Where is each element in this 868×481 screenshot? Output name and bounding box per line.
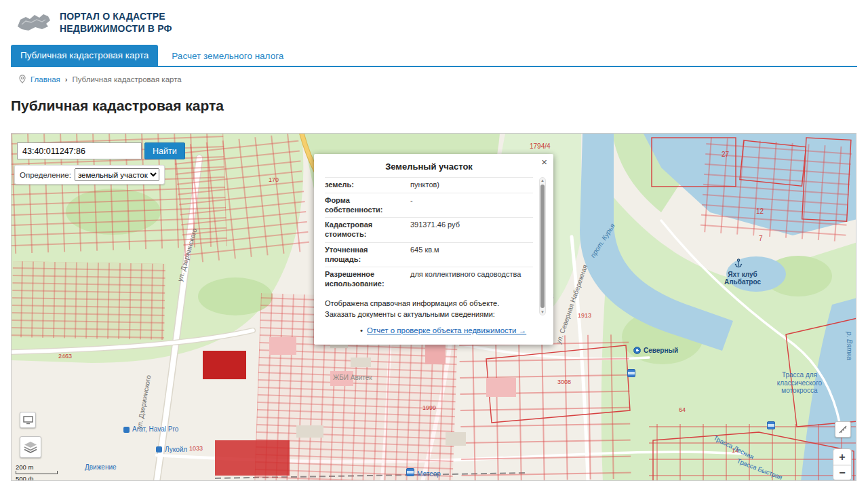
tab-bar: Публичная кадастровая карта Расчет земел… <box>11 46 857 67</box>
site-title: ПОРТАЛ О КАДАСТРЕ НЕДВИЖИМОСТИ В РФ <box>60 10 172 35</box>
fullscreen-button[interactable] <box>20 412 36 428</box>
parcel-number-label: 170 <box>269 176 279 183</box>
popup-title: Земельный участок <box>325 161 533 172</box>
page-title: Публичная кадастровая карта <box>11 98 224 114</box>
breadcrumb: Главная › Публичная кадастровая карта <box>19 75 182 83</box>
popup-row: Форма собственности: - <box>325 193 533 218</box>
breadcrumb-separator: › <box>65 75 68 83</box>
header: ПОРТАЛ О КАДАСТРЕ НЕДВИЖИМОСТИ В РФ <box>0 0 868 45</box>
fullscreen-icon <box>23 416 33 425</box>
popup-row: Кадастровая стоимость: 391371.46 руб <box>325 217 533 242</box>
bullet: • <box>360 326 363 334</box>
russia-map-logo-icon <box>16 9 52 35</box>
parcel-number-label: 3008 <box>557 379 571 385</box>
place-icon <box>633 347 641 354</box>
row-value: для коллективного садоводства <box>395 270 521 289</box>
anchor-icon <box>734 258 743 271</box>
row-value: 391371.46 руб <box>395 220 460 239</box>
popup-row: земель: пунктов) <box>325 177 533 193</box>
find-button[interactable]: Найти <box>144 142 185 159</box>
row-label: Уточненная площадь: <box>325 246 395 265</box>
poi-label: Движение <box>85 463 117 471</box>
scrollbar-thumb[interactable] <box>540 185 545 308</box>
parcel-number-label: 1999 <box>422 404 436 411</box>
row-value: пунктов) <box>395 180 439 190</box>
parcel-number-label: 1033 <box>189 445 203 452</box>
report-link[interactable]: Отчет о проверке объекта недвижимости → <box>367 326 526 334</box>
bus-stop-icon <box>406 468 414 476</box>
row-label: Форма собственности: <box>325 196 395 215</box>
row-value: 645 кв.м <box>395 246 439 265</box>
scale-metric-label: 200 m <box>16 463 82 471</box>
tab-land-tax-calc[interactable]: Расчет земельного налога <box>172 51 283 61</box>
parcel-number-label: 27 <box>722 151 729 158</box>
poi-label: Метеор <box>417 470 441 478</box>
tab-public-cadastral-map[interactable]: Публичная кадастровая карта <box>11 45 158 66</box>
popup-note: Отображена справочная информация об объе… <box>325 299 533 320</box>
poi-dot-icon <box>156 446 162 453</box>
scroll-up-icon[interactable]: ▲ <box>540 178 545 182</box>
poi-label: Агат, Haval Pro <box>132 425 178 433</box>
popup-row: Уточненная площадь: 645 кв.м <box>325 242 533 267</box>
row-label: земель: <box>325 180 395 190</box>
row-label: Кадастровая стоимость: <box>325 220 395 239</box>
poi-label: Трасса для классического мотокросса <box>770 371 829 395</box>
parcel-number-label: 1913 <box>578 312 591 319</box>
popup-row: Разрешенное использование: для коллектив… <box>325 267 533 292</box>
popup-scrollbar[interactable]: ▲ ▼ <box>539 177 546 315</box>
parcel-number-label: 64 <box>679 406 686 413</box>
parcel-number-label: 12 <box>756 208 764 215</box>
water-label: р. Вятка <box>846 332 853 360</box>
poi-label: Яхт клуб <box>724 271 762 278</box>
row-value: - <box>395 196 413 215</box>
poi-label: Лукойл <box>165 446 187 453</box>
parcel-number-label: 1794/4 <box>530 142 551 150</box>
layers-icon <box>24 441 37 453</box>
poi-label: Альбатрос <box>721 278 764 286</box>
scroll-down-icon[interactable]: ▼ <box>540 310 545 314</box>
parcel-number-label: 2463 <box>58 353 72 360</box>
popup-link-row: •Отчет о проверке объекта недвижимости → <box>360 326 533 334</box>
scale-indicator: 200 m 500 ф <box>16 463 82 481</box>
breadcrumb-current: Публичная кадастровая карта <box>72 75 181 83</box>
location-pin-icon <box>19 75 26 83</box>
ruler-icon <box>838 425 848 434</box>
parcel-info-popup: × Земельный участок земель: пунктов) Фор… <box>314 154 553 345</box>
bus-stop-icon <box>767 421 775 429</box>
ruler-button[interactable] <box>835 421 851 438</box>
definition-label: Определение: <box>20 171 71 179</box>
poi-label: Северный <box>644 347 678 354</box>
page: ПОРТАЛ О КАДАСТРЕ НЕДВИЖИМОСТИ В РФ Публ… <box>0 0 868 481</box>
scale-metric-bar <box>16 471 58 474</box>
layers-button[interactable] <box>20 436 41 458</box>
poi-dot-icon <box>123 427 130 433</box>
cadastral-search-input[interactable] <box>17 142 142 159</box>
close-icon[interactable]: × <box>541 157 547 167</box>
bus-stop-icon <box>627 369 635 377</box>
breadcrumb-home-link[interactable]: Главная <box>31 75 60 83</box>
zoom-out-button[interactable]: − <box>833 465 852 480</box>
zoom-controls: + − <box>833 448 852 480</box>
zoom-in-button[interactable]: + <box>833 448 852 465</box>
search-panel: Найти <box>17 142 185 159</box>
area-label: ЖБИ Авитек <box>333 374 372 381</box>
scale-imperial-label: 500 ф <box>16 475 82 481</box>
map[interactable]: 1794/4 27 12 7 170 1794/3 1794/2 2463 36… <box>11 133 856 481</box>
parcel-number-label: 7 <box>759 235 763 242</box>
definition-panel: Определение: земельный участок <box>14 165 165 185</box>
row-label: Разрешенное использование: <box>325 270 395 289</box>
definition-select[interactable]: земельный участок <box>75 168 159 181</box>
